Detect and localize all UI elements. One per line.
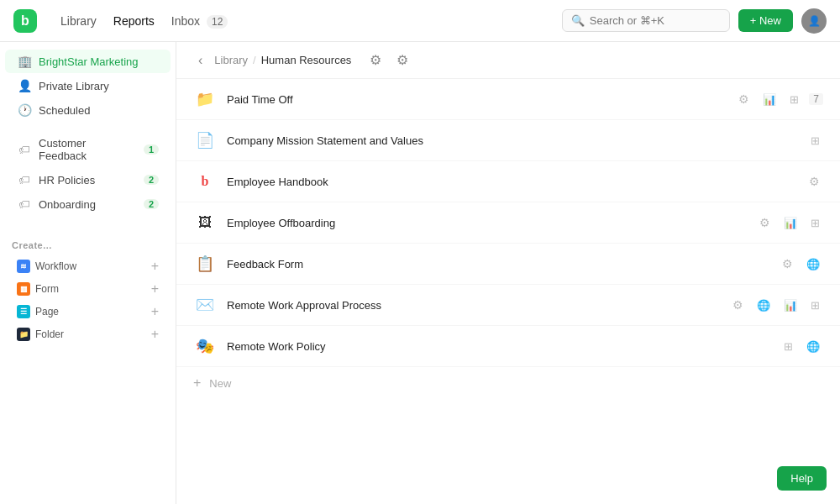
sidebar-item-scheduled[interactable]: 🕐 Scheduled [5, 98, 171, 122]
grid-icon-offboarding[interactable]: ⊞ [807, 215, 823, 231]
flow-icon-handbook[interactable]: ⚙ [806, 173, 823, 190]
scheduled-icon: 🕐 [17, 103, 32, 117]
content-header: ‹ Library / Human Resources ⚙ ⚙ [176, 42, 840, 79]
list-item[interactable]: 📁 Paid Time Off ⚙ 📊 ⊞ 7 [176, 79, 840, 120]
add-form-icon[interactable]: + [151, 281, 159, 297]
sidebar-item-brightstar[interactable]: 🏢 BrightStar Marketing [5, 50, 171, 73]
grid-icon-pol[interactable]: ⊞ [780, 339, 796, 354]
item-actions-policy: ⊞ 🌐 [780, 339, 823, 354]
flow-icon-offboarding[interactable]: ⚙ [756, 214, 774, 231]
help-button[interactable]: Help [777, 466, 827, 491]
chart-icon-pto[interactable]: 📊 [759, 92, 780, 108]
search-input[interactable] [590, 14, 721, 27]
new-row[interactable]: + New [176, 367, 840, 399]
item-name-mission: Company Mission Statement and Values [227, 134, 797, 147]
hr-policies-badge: 2 [144, 175, 159, 185]
add-workflow-icon[interactable]: + [151, 259, 159, 274]
app-logo: b [13, 9, 37, 33]
customer-feedback-badge: 1 [144, 144, 159, 155]
search-icon: 🔍 [571, 14, 585, 27]
item-actions-offboarding: ⚙ 📊 ⊞ [756, 214, 823, 231]
feedback-form-icon: 📋 [193, 252, 217, 276]
flow-icon-pto[interactable]: ⚙ [735, 91, 753, 108]
new-row-plus: + [193, 375, 201, 391]
list-item[interactable]: 🖼 Employee Offboarding ⚙ 📊 ⊞ [176, 202, 840, 244]
new-row-label: New [209, 377, 231, 390]
create-page[interactable]: ☰ Page + [12, 301, 164, 323]
main-layout: 🏢 BrightStar Marketing 👤 Private Library… [0, 42, 840, 504]
main-content: ‹ Library / Human Resources ⚙ ⚙ 📁 Paid T… [176, 42, 840, 504]
approval-icon: ✉️ [193, 293, 217, 317]
grid-icon-mission[interactable]: ⊞ [807, 133, 823, 149]
offboarding-icon: 🖼 [193, 211, 217, 234]
create-workflow-label: Workflow [35, 260, 76, 272]
topnav: b Library Reports Inbox 12 🔍 + New 👤 [0, 0, 840, 42]
folder-icon: 📁 [193, 87, 217, 111]
page-icon: ☰ [17, 305, 30, 318]
globe-icon-ap[interactable]: 🌐 [753, 297, 774, 313]
list-item[interactable]: 📄 Company Mission Statement and Values ⊞ [176, 120, 840, 161]
item-actions-pto: ⚙ 📊 ⊞ 7 [735, 91, 823, 108]
create-form-label: Form [35, 283, 59, 295]
content-body: 📁 Paid Time Off ⚙ 📊 ⊞ 7 📄 Company Missio… [176, 79, 840, 504]
list-item[interactable]: b Employee Handbook ⚙ [176, 161, 840, 202]
item-name-policy: Remote Work Policy [227, 340, 770, 353]
flow-icon-ap[interactable]: ⚙ [729, 297, 747, 313]
list-item[interactable]: 📋 Feedback Form ⚙ 🌐 [176, 244, 840, 285]
create-folder-label: Folder [35, 328, 64, 340]
workflow-icon: ≋ [17, 260, 30, 273]
nav-library[interactable]: Library [54, 11, 103, 31]
flow-settings-icon[interactable]: ⚙ [365, 50, 386, 70]
item-name-approval: Remote Work Approval Process [227, 299, 719, 312]
chart-icon-offboarding[interactable]: 📊 [780, 215, 801, 231]
chart-icon-ap[interactable]: 📊 [780, 297, 801, 313]
item-name-pto: Paid Time Off [227, 93, 725, 106]
sidebar-label-onboarding: Onboarding [39, 198, 137, 211]
sidebar-item-customer-feedback[interactable]: 🏷 Customer Feedback 1 [5, 132, 171, 167]
item-actions-mission: ⊞ [807, 133, 823, 149]
workspace-icon: 🏢 [17, 55, 32, 68]
add-folder-icon[interactable]: + [151, 327, 159, 342]
folder-create-icon: 📁 [17, 328, 30, 341]
inbox-badge: 12 [207, 15, 228, 29]
sidebar-label-scheduled: Scheduled [39, 104, 159, 117]
sidebar: 🏢 BrightStar Marketing 👤 Private Library… [0, 42, 176, 504]
sidebar-item-onboarding[interactable]: 🏷 Onboarding 2 [5, 192, 171, 216]
create-section-title: Create... [12, 240, 164, 250]
back-button[interactable]: ‹ [193, 51, 207, 70]
sidebar-footer: Create... ≋ Workflow + ▦ Form + ☰ Page +… [0, 234, 176, 353]
header-actions: ⚙ ⚙ [365, 50, 413, 70]
sidebar-item-private-library[interactable]: 👤 Private Library [5, 74, 171, 97]
create-workflow[interactable]: ≋ Workflow + [12, 255, 164, 277]
item-name-offboarding: Employee Offboarding [227, 217, 746, 229]
create-folder[interactable]: 📁 Folder + [12, 323, 164, 345]
breadcrumb-library[interactable]: Library [214, 54, 248, 66]
nav-inbox[interactable]: Inbox 12 [165, 11, 235, 31]
grid-icon-ap[interactable]: ⊞ [807, 297, 823, 313]
item-actions-handbook: ⚙ [806, 173, 823, 190]
nav-reports[interactable]: Reports [107, 11, 161, 31]
flow-icon-ff[interactable]: ⚙ [779, 255, 796, 272]
create-page-label: Page [35, 306, 59, 318]
create-form[interactable]: ▦ Form + [12, 278, 164, 300]
sidebar-label-hr-policies: HR Policies [39, 174, 137, 186]
item-name-handbook: Employee Handbook [227, 176, 795, 188]
sidebar-item-hr-policies[interactable]: 🏷 HR Policies 2 [5, 168, 171, 192]
search-bar[interactable]: 🔍 [562, 9, 730, 32]
list-item[interactable]: ✉️ Remote Work Approval Process ⚙ 🌐 📊 ⊞ [176, 285, 840, 326]
nav-links: Library Reports Inbox 12 [54, 11, 234, 31]
globe-icon-ff[interactable]: 🌐 [803, 256, 823, 272]
breadcrumb: Library / Human Resources [214, 54, 351, 66]
settings-icon[interactable]: ⚙ [391, 50, 413, 70]
add-page-icon[interactable]: + [151, 304, 159, 319]
handbook-icon: b [193, 170, 217, 193]
sidebar-label-customer-feedback: Customer Feedback [39, 137, 137, 162]
avatar[interactable]: 👤 [801, 8, 827, 34]
item-count-pto: 7 [809, 93, 823, 105]
sidebar-label-private-library: Private Library [39, 80, 159, 92]
new-button[interactable]: + New [738, 9, 793, 32]
globe-icon-pol[interactable]: 🌐 [803, 339, 823, 354]
list-item[interactable]: 🎭 Remote Work Policy ⊞ 🌐 [176, 326, 840, 367]
grid-icon-pto[interactable]: ⊞ [786, 92, 802, 108]
doc-icon: 📄 [193, 129, 217, 152]
